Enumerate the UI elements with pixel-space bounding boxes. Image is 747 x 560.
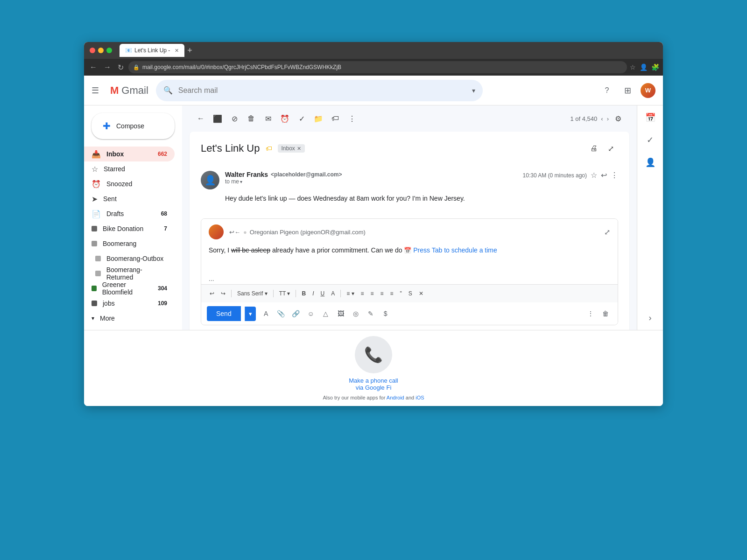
drive-button[interactable]: △ bbox=[319, 307, 332, 320]
ssl-lock-icon: 🔒 bbox=[133, 64, 140, 70]
search-dropdown-icon[interactable]: ▾ bbox=[472, 87, 475, 94]
inbox-tag-text: Inbox bbox=[282, 145, 295, 152]
reply-expand-button[interactable]: ⤢ bbox=[604, 228, 610, 237]
indent-less-button[interactable]: ≡ bbox=[378, 288, 387, 299]
inbox-tag-close[interactable]: ✕ bbox=[297, 146, 301, 152]
new-tab-button[interactable]: + bbox=[187, 46, 192, 56]
pencil-button[interactable]: ✎ bbox=[364, 307, 377, 320]
report-spam-button[interactable]: ⊘ bbox=[227, 111, 242, 126]
blockquote-button[interactable]: " bbox=[397, 288, 405, 299]
align-button[interactable]: ≡ ▾ bbox=[344, 288, 357, 299]
move-to-button[interactable]: 📁 bbox=[311, 111, 326, 126]
forward-button[interactable]: → bbox=[102, 61, 113, 73]
insert-signature-button[interactable]: ◎ bbox=[349, 307, 362, 320]
redo-button[interactable]: ↪ bbox=[218, 288, 228, 299]
extensions-icon[interactable]: 🧩 bbox=[651, 63, 659, 71]
right-panel-tasks-button[interactable]: ✓ bbox=[642, 132, 659, 148]
strikethrough-button[interactable]: S bbox=[406, 288, 415, 299]
search-box[interactable]: 🔍 ▾ bbox=[156, 80, 483, 101]
delete-button[interactable]: 🗑 bbox=[244, 111, 259, 126]
text-format-icon-btn[interactable]: A bbox=[260, 307, 273, 320]
right-panel-calendar-button[interactable]: 📅 bbox=[642, 109, 659, 126]
back-button[interactable]: ← bbox=[88, 61, 99, 73]
send-dropdown-button[interactable]: ▾ bbox=[245, 307, 256, 321]
more-toolbar-button[interactable]: ⋮ bbox=[345, 111, 359, 126]
search-input[interactable] bbox=[178, 86, 466, 95]
sidebar-item-boomerang-returned[interactable]: Boomerang-Returned bbox=[84, 266, 175, 281]
sidebar-item-bike-donation[interactable]: Bike Donation 7 bbox=[84, 221, 175, 236]
ios-link[interactable]: iOS bbox=[416, 395, 424, 400]
reply-more-button[interactable]: ⋮ bbox=[584, 307, 597, 320]
text-color-button[interactable]: A bbox=[328, 288, 338, 299]
url-text: mail.google.com/mail/u/0/#inbox/QgrcJHrj… bbox=[142, 64, 341, 70]
insert-photo-button[interactable]: 🖼 bbox=[334, 307, 347, 320]
snooze-button[interactable]: ⏰ bbox=[277, 111, 292, 126]
profile-icon[interactable]: 👤 bbox=[640, 63, 648, 71]
bold-button[interactable]: B bbox=[299, 288, 309, 299]
sidebar-item-boomerang[interactable]: Boomerang bbox=[84, 236, 175, 251]
print-button[interactable]: 🖨 bbox=[586, 141, 601, 156]
numbered-list-button[interactable]: ≡ bbox=[358, 288, 367, 299]
send-button[interactable]: Send bbox=[207, 306, 241, 321]
apps-button[interactable]: ⊞ bbox=[620, 83, 635, 98]
reply-message-button[interactable]: ↩ bbox=[601, 171, 607, 180]
undo-button[interactable]: ↩ bbox=[207, 288, 217, 299]
bike-donation-badge: 7 bbox=[164, 225, 167, 232]
indent-more-button[interactable]: ≡ bbox=[388, 288, 396, 299]
sidebar-item-jobs[interactable]: jobs 109 bbox=[84, 296, 175, 311]
star-message-button[interactable]: ☆ bbox=[591, 171, 597, 180]
refresh-button[interactable]: ↻ bbox=[116, 61, 126, 74]
italic-button[interactable]: I bbox=[310, 288, 317, 299]
email-body-text: Hey dude let's link up — does Wednesday … bbox=[225, 195, 465, 202]
archive-button[interactable]: ⬛ bbox=[210, 111, 225, 126]
discard-draft-button[interactable]: 🗑 bbox=[599, 307, 612, 320]
settings-button[interactable]: ⚙ bbox=[611, 111, 626, 126]
reply-dots: ... bbox=[201, 273, 618, 284]
hamburger-menu[interactable]: ☰ bbox=[92, 85, 99, 96]
clear-format-button[interactable]: ✕ bbox=[416, 288, 426, 299]
to-me-label[interactable]: to me ▾ bbox=[225, 178, 517, 185]
done-button[interactable]: ✓ bbox=[294, 111, 309, 126]
prev-email-button[interactable]: ‹ bbox=[601, 115, 603, 122]
right-panel-expand-button[interactable]: › bbox=[642, 309, 659, 326]
next-email-button[interactable]: › bbox=[607, 115, 609, 122]
close-traffic-light[interactable] bbox=[90, 48, 95, 53]
underline-button[interactable]: U bbox=[318, 288, 328, 299]
smart-reply-hint[interactable]: Press Tab to schedule a time bbox=[413, 246, 497, 254]
label-button[interactable]: 🏷 bbox=[328, 111, 343, 126]
expand-button[interactable]: ⤢ bbox=[603, 141, 618, 156]
insert-emoji-button[interactable]: ☺ bbox=[304, 307, 317, 320]
confidential-button[interactable]: $ bbox=[379, 307, 392, 320]
insert-link-button[interactable]: 🔗 bbox=[289, 307, 303, 320]
user-avatar[interactable]: W bbox=[641, 83, 655, 98]
sidebar-item-greener-bloomfield[interactable]: Greener Bloomfield 304 bbox=[84, 281, 175, 296]
bulleted-list-button[interactable]: ≡ bbox=[368, 288, 377, 299]
font-family-button[interactable]: Sans Serif ▾ bbox=[234, 288, 270, 299]
inbox-tag[interactable]: Inbox ✕ bbox=[278, 144, 305, 153]
sidebar-item-snoozed[interactable]: ⏰ Snoozed bbox=[84, 176, 175, 191]
sidebar-item-drafts[interactable]: 📄 Drafts 68 bbox=[84, 206, 175, 221]
sidebar-item-boomerang-outbox[interactable]: Boomerang-Outbox bbox=[84, 251, 175, 266]
bookmark-icon[interactable]: ☆ bbox=[630, 63, 636, 71]
sidebar-item-more[interactable]: ▾ More bbox=[84, 311, 175, 326]
sidebar-item-inbox[interactable]: 📥 Inbox 662 bbox=[84, 147, 175, 161]
back-to-list-button[interactable]: ← bbox=[193, 111, 208, 126]
browser-tab-active[interactable]: 📧 Let's Link Up - ✕ bbox=[120, 44, 184, 57]
help-button[interactable]: ? bbox=[599, 83, 614, 98]
font-size-button[interactable]: TT ▾ bbox=[276, 288, 293, 299]
mark-unread-button[interactable]: ✉ bbox=[261, 111, 275, 126]
reply-body[interactable]: Sorry, I will be asleep already have a p… bbox=[201, 245, 618, 273]
minimize-traffic-light[interactable] bbox=[98, 48, 104, 53]
sidebar-item-sent[interactable]: ➤ Sent bbox=[84, 191, 175, 206]
compose-button[interactable]: ✚ Compose bbox=[92, 113, 175, 139]
tab-close-button[interactable]: ✕ bbox=[175, 48, 179, 54]
attach-file-button[interactable]: 📎 bbox=[275, 307, 288, 320]
android-link[interactable]: Android bbox=[387, 395, 404, 400]
message-more-button[interactable]: ⋮ bbox=[611, 171, 618, 180]
right-panel-contacts-button[interactable]: 👤 bbox=[642, 154, 659, 171]
sidebar-item-starred[interactable]: ☆ Starred bbox=[84, 161, 175, 176]
maximize-traffic-light[interactable] bbox=[106, 48, 112, 53]
phone-call-link[interactable]: Make a phone call via Google Fi bbox=[349, 377, 398, 391]
address-bar[interactable]: 🔒 mail.google.com/mail/u/0/#inbox/QgrcJH… bbox=[128, 61, 627, 73]
format-separator-2 bbox=[273, 290, 274, 297]
